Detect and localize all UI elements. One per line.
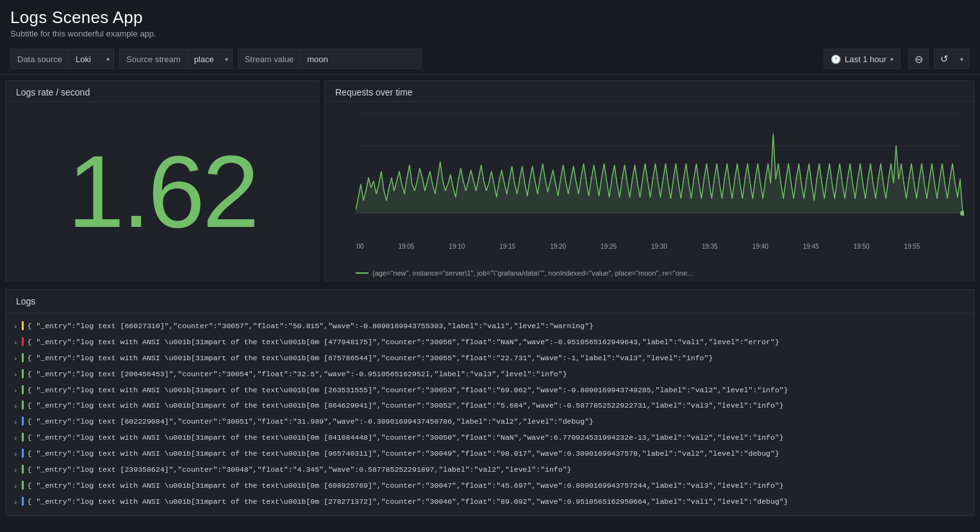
source-stream-group: Source stream place ▾ (119, 49, 233, 69)
logs-panel-title: Logs (6, 290, 974, 313)
svg-text:19:10: 19:10 (449, 243, 465, 250)
svg-text:19:40: 19:40 (752, 243, 768, 250)
datasource-arrow-icon: ▾ (106, 56, 110, 63)
log-expand-chevron[interactable]: › (13, 353, 18, 366)
log-row: ›{ "_entry":"log text [66027310]","count… (13, 319, 967, 335)
toolbar: Data source Loki ▾ Source stream place ▾… (0, 44, 980, 75)
svg-text:19:30: 19:30 (651, 243, 667, 250)
svg-text:19:50: 19:50 (854, 243, 870, 250)
log-expand-chevron[interactable]: › (13, 464, 18, 478)
time-picker-label: Last 1 hour (845, 54, 886, 64)
log-level-indicator-info (22, 465, 24, 474)
log-expand-chevron[interactable]: › (13, 448, 18, 461)
log-level-indicator-debug (22, 417, 24, 426)
logs-content: ›{ "_entry":"log text [66027310]","count… (6, 313, 974, 515)
log-expand-chevron[interactable]: › (13, 400, 18, 413)
log-level-indicator-info (22, 385, 24, 394)
requests-over-time-title: Requests over time (325, 81, 974, 102)
log-text: { "_entry":"log text with ANSI \u001b[31… (28, 351, 713, 365)
source-stream-arrow-icon: ▾ (225, 56, 228, 63)
datasource-label: Data source (10, 49, 69, 69)
log-text: { "_entry":"log text [239358624]","count… (28, 463, 572, 477)
svg-text:19:00: 19:00 (356, 243, 364, 250)
stream-value-input[interactable] (301, 49, 422, 69)
app-subtitle: Subtitle for this wonderful example app. (10, 29, 970, 38)
chart-legend: {age="new", instance="server\1", job="\"… (356, 269, 964, 277)
datasource-select[interactable]: Loki ▾ (69, 49, 114, 69)
log-row: ›{ "_entry":"log text with ANSI \u001b[3… (13, 494, 967, 510)
svg-text:19:15: 19:15 (499, 243, 515, 250)
refresh-dropdown-arrow-icon: ▾ (960, 56, 963, 63)
log-level-indicator-info (22, 401, 24, 410)
log-level-indicator-debug (22, 449, 24, 458)
log-row: ›{ "_entry":"log text with ANSI \u001b[3… (13, 351, 967, 367)
log-row: ›{ "_entry":"log text with ANSI \u001b[3… (13, 478, 967, 494)
log-level-indicator-debug (22, 497, 24, 506)
source-stream-label: Source stream (119, 49, 188, 69)
datasource-group: Data source Loki ▾ (10, 49, 114, 69)
chart-area: 12 10 8 6 19:00 19:05 19:10 19:15 (325, 102, 974, 281)
time-picker-arrow-icon: ▾ (890, 56, 893, 63)
refresh-button[interactable]: ↺ (934, 49, 954, 69)
clock-icon: 🕐 (831, 54, 841, 64)
refresh-icon: ↺ (940, 53, 949, 65)
log-row: ›{ "_entry":"log text with ANSI \u001b[3… (13, 335, 967, 351)
svg-text:19:25: 19:25 (601, 243, 617, 250)
log-row: ›{ "_entry":"log text [239358624]","coun… (13, 462, 967, 478)
zoom-out-button[interactable]: ⊖ (908, 49, 929, 69)
log-row: ›{ "_entry":"log text [602229084]","coun… (13, 414, 967, 430)
stream-value-label: Stream value (238, 49, 301, 69)
log-text: { "_entry":"log text with ANSI \u001b[31… (28, 447, 779, 461)
logs-rate-panel: Logs rate / second 1.62 (5, 80, 319, 281)
svg-text:19:45: 19:45 (803, 243, 819, 250)
log-expand-chevron[interactable]: › (13, 320, 18, 334)
panels-row: Logs rate / second 1.62 Requests over ti… (0, 75, 980, 287)
log-row: ›{ "_entry":"log text with ANSI \u001b[3… (13, 430, 967, 446)
log-text: { "_entry":"log text [66027310]","counte… (28, 319, 594, 333)
svg-text:19:35: 19:35 (702, 243, 718, 250)
log-row: ›{ "_entry":"log text [200456453]","coun… (13, 367, 967, 383)
log-expand-chevron[interactable]: › (13, 369, 18, 382)
svg-text:19:20: 19:20 (550, 243, 566, 250)
chart-svg: 12 10 8 6 19:00 19:05 19:10 19:15 (356, 107, 964, 255)
log-text: { "_entry":"log text with ANSI \u001b[31… (28, 335, 779, 349)
log-expand-chevron[interactable]: › (13, 480, 18, 494)
log-text: { "_entry":"log text [200456453]","count… (28, 367, 567, 381)
zoom-icon: ⊖ (915, 53, 923, 65)
logs-panel: Logs ›{ "_entry":"log text [66027310]","… (5, 289, 975, 516)
svg-text:19:05: 19:05 (398, 243, 414, 250)
log-row: ›{ "_entry":"log text with ANSI \u001b[3… (13, 398, 967, 414)
requests-over-time-content: 12 10 8 6 19:00 19:05 19:10 19:15 (325, 102, 974, 281)
logs-rate-value: 1.62 (54, 140, 269, 243)
legend-line-icon (356, 272, 369, 274)
log-text: { "_entry":"log text with ANSI \u001b[31… (28, 479, 784, 493)
log-expand-chevron[interactable]: › (13, 432, 18, 445)
refresh-group: ↺ ▾ (934, 49, 970, 69)
svg-text:19:55: 19:55 (904, 243, 920, 250)
log-row: ›{ "_entry":"log text with ANSI \u001b[3… (13, 446, 967, 462)
log-level-indicator-error (22, 337, 24, 346)
log-level-indicator-info (22, 433, 24, 442)
log-text: { "_entry":"log text with ANSI \u001b[31… (28, 399, 784, 413)
log-text: { "_entry":"log text with ANSI \u001b[31… (28, 383, 788, 397)
logs-rate-panel-title: Logs rate / second (6, 81, 319, 102)
log-expand-chevron[interactable]: › (13, 496, 18, 510)
log-level-indicator-warning (22, 321, 24, 330)
log-expand-chevron[interactable]: › (13, 337, 18, 350)
log-text: { "_entry":"log text with ANSI \u001b[31… (28, 495, 788, 509)
app-title: Logs Scenes App (10, 8, 970, 28)
log-text: { "_entry":"log text with ANSI \u001b[31… (28, 431, 784, 445)
app-header: Logs Scenes App Subtitle for this wonder… (0, 0, 980, 44)
stream-value-group: Stream value (238, 49, 422, 69)
requests-over-time-panel: Requests over time 12 10 8 6 (324, 80, 975, 281)
refresh-dropdown-button[interactable]: ▾ (954, 49, 970, 69)
log-level-indicator-info (22, 481, 24, 490)
log-row: ›{ "_entry":"log text with ANSI \u001b[3… (13, 383, 967, 399)
time-picker[interactable]: 🕐 Last 1 hour ▾ (824, 49, 901, 69)
log-level-indicator-info (22, 353, 24, 362)
logs-section: Logs ›{ "_entry":"log text [66027310]","… (0, 287, 980, 521)
legend-label: {age="new", instance="server\1", job="\"… (372, 269, 693, 277)
log-expand-chevron[interactable]: › (13, 416, 18, 429)
source-stream-select[interactable]: place ▾ (188, 49, 233, 69)
log-expand-chevron[interactable]: › (13, 385, 18, 398)
